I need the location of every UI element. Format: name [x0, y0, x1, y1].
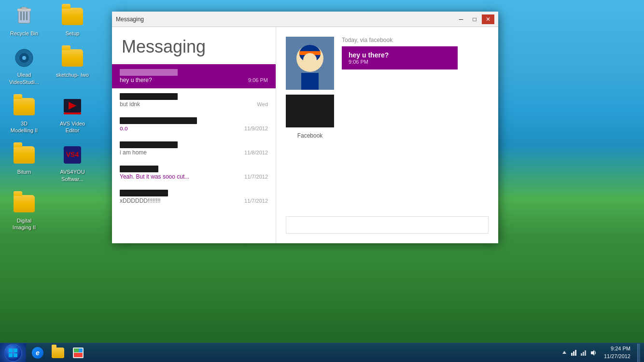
3d-modelling-icon[interactable]: 3DModelling II [5, 95, 43, 134]
minimize-button[interactable]: ─ [455, 14, 467, 24]
conversation-list: hey u there? 9:06 PM but idnk Wed [112, 64, 276, 243]
svg-text:VS4: VS4 [66, 151, 79, 158]
biturn-label: Biturn [17, 168, 31, 175]
3d-modelling-label: 3DModelling II [11, 120, 38, 134]
network-icon [570, 349, 578, 357]
window-controls: ─ □ ✕ [455, 14, 494, 24]
conv-row-2: but idnk Wed [120, 101, 268, 108]
recycle-bin-label: Recycle Bin [10, 30, 38, 37]
svg-rect-31 [573, 351, 574, 356]
svg-rect-32 [575, 350, 576, 356]
setup-label: Setup [66, 30, 80, 37]
conv-time-1: 9:06 PM [248, 77, 268, 83]
system-tray: 9:24 PM 11/27/2012 [560, 344, 644, 362]
close-button[interactable]: ✕ [482, 14, 494, 24]
conv-name-redacted-2 [120, 93, 178, 100]
conversation-item-6[interactable]: xDDDDDD!!!!!!!! 11/7/2012 [112, 185, 276, 209]
avs4you-label: AVS4YOUSoftwar... [60, 168, 84, 182]
conv-row-5: Yeah. But it was sooo cut... 11/7/2012 [120, 173, 268, 180]
chat-info: Today, via facebook hey u there? 9:06 PM [342, 37, 489, 71]
message-input-area[interactable] [286, 216, 489, 234]
message-input[interactable] [290, 222, 484, 229]
conv-time-4: 11/8/2012 [244, 150, 268, 155]
svg-point-19 [303, 53, 317, 67]
conversation-item-5[interactable]: Yeah. But it was sooo cut... 11/7/2012 [112, 161, 276, 185]
conv-name-redacted-5 [120, 166, 158, 172]
icon-row-1: Recycle Bin Setup [5, 5, 92, 37]
conv-preview-5: Yeah. But it was sooo cut... [120, 173, 189, 180]
conv-name-redacted-4 [120, 141, 178, 148]
conversation-item-1[interactable]: hey u there? 9:06 PM [112, 64, 276, 88]
conv-row-1: hey u there? 9:06 PM [120, 77, 268, 84]
clock-date: 11/27/2012 [604, 353, 630, 360]
digital-imaging-icon[interactable]: DigitalImaging II [5, 192, 43, 231]
conv-preview-6: xDDDDDD!!!!!!!! [120, 197, 161, 204]
start-button[interactable] [0, 343, 26, 362]
avatar-svg [286, 37, 334, 90]
avatar-secondary-img [286, 95, 334, 127]
setup-icon[interactable]: Setup [53, 5, 92, 37]
message-text: hey u there? [349, 51, 451, 59]
paint-icon [72, 347, 84, 359]
maximize-button[interactable]: □ [468, 14, 481, 24]
avs4you-svg: VS4 [62, 144, 83, 166]
avs4you-icon[interactable]: VS4 AVS4YOUSoftwar... [53, 143, 92, 182]
ulead-svg [14, 47, 35, 69]
3d-folder [14, 98, 35, 115]
svg-rect-20 [301, 73, 319, 90]
system-clock[interactable]: 9:24 PM 11/27/2012 [600, 345, 634, 360]
conv-name-redacted-6 [120, 190, 168, 196]
conversation-item-4[interactable]: i am home 11/8/2012 [112, 137, 276, 161]
conv-preview-4: i am home [120, 149, 147, 156]
ie-taskbar-icon[interactable]: e [28, 344, 47, 362]
clock-time: 9:24 PM [604, 345, 630, 352]
avs-video-label: AVS VideoEditor [60, 120, 85, 134]
svg-rect-4 [26, 12, 28, 20]
chat-panel: Facebook Today, via facebook hey u there… [276, 27, 498, 243]
conv-time-3: 11/9/2012 [244, 125, 268, 131]
recycle-bin-icon[interactable]: Recycle Bin [5, 5, 43, 37]
wifi-icon [580, 349, 588, 357]
sketchup-icon[interactable]: sketchup- Iwo [53, 46, 92, 85]
conversation-item-3[interactable]: o.o 11/9/2012 [112, 112, 276, 137]
conv-name-redacted-1 [120, 69, 178, 76]
chat-via-label: Today, via facebook [342, 37, 489, 43]
conversation-panel: Messaging hey u there? 9:06 PM [112, 27, 276, 243]
taskbar: e [0, 343, 644, 362]
conv-preview-1: hey u there? [120, 77, 152, 84]
avs-video-svg [62, 96, 83, 117]
svg-rect-34 [583, 352, 584, 356]
svg-rect-33 [581, 353, 582, 356]
show-desktop-button[interactable] [637, 344, 640, 362]
window-body: Messaging hey u there? 9:06 PM [112, 27, 498, 243]
svg-rect-30 [571, 353, 573, 356]
svg-rect-6 [22, 7, 27, 9]
svg-rect-24 [14, 353, 17, 357]
message-bubble: hey u there? 9:06 PM [342, 46, 458, 70]
svg-rect-12 [64, 112, 81, 114]
ulead-icon[interactable]: UleadVideoStudi... [5, 46, 43, 85]
biturn-icon[interactable]: Biturn [5, 143, 43, 182]
conv-time-5: 11/7/2012 [244, 174, 268, 180]
taskbar-icons: e [26, 344, 560, 362]
explorer-taskbar-icon[interactable] [48, 344, 68, 362]
icon-row-2: UleadVideoStudi... sketchup- Iwo [5, 46, 92, 85]
conv-time-6: 11/7/2012 [244, 198, 268, 204]
paint-taskbar-icon[interactable] [69, 344, 88, 362]
conv-time-2: Wed [257, 101, 268, 107]
window-title-label: Messaging [116, 16, 455, 23]
svg-rect-35 [585, 350, 586, 356]
svg-point-9 [22, 56, 26, 60]
svg-rect-2 [20, 12, 22, 20]
messaging-app-title: Messaging [122, 37, 266, 57]
conversation-item-2[interactable]: but idnk Wed [112, 88, 276, 112]
window-titlebar: Messaging ─ □ ✕ [112, 12, 498, 27]
icon-row-3: 3DModelling II AVS VideoEditor [5, 95, 92, 134]
ulead-label: UleadVideoStudi... [9, 71, 39, 85]
conv-name-redacted-3 [120, 117, 197, 124]
sketchup-folder [62, 49, 83, 67]
avs-video-icon[interactable]: AVS VideoEditor [53, 95, 92, 134]
svg-rect-21 [9, 348, 13, 352]
message-time: 9:06 PM [349, 59, 451, 65]
avatar-container: Facebook [286, 37, 334, 139]
